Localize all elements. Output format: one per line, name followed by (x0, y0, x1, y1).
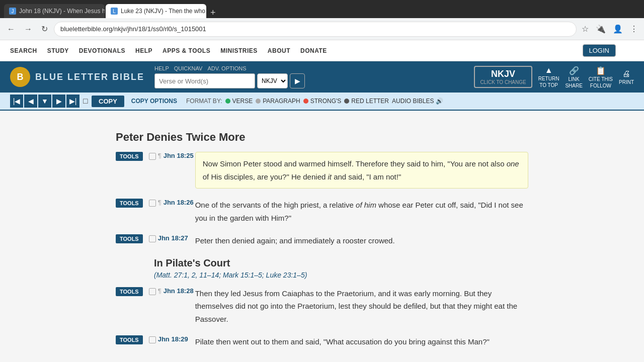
format-by-label: FORMAT BY: (186, 98, 222, 105)
verse-row-18-27: TOOLS Jhn 18:27 Peter then denied again;… (116, 234, 528, 247)
italic-of-him: of him (356, 201, 376, 209)
para-mark-18-25: ¶ (158, 152, 162, 159)
print-button[interactable]: 🖨 PRINT (619, 69, 634, 85)
red-letter-option[interactable]: RED LETTER (344, 98, 389, 105)
verse-text-18-25: Now Simon Peter stood and warmed himself… (195, 152, 528, 189)
search-input[interactable] (154, 73, 255, 88)
back-button[interactable]: ← (4, 23, 18, 36)
logo-area: B Blue Letter Bible (10, 67, 144, 87)
tools-button-18-25[interactable]: TOOLS (116, 152, 143, 161)
verse-option[interactable]: VERSE (225, 98, 253, 105)
verse-row-18-29: TOOLS Jhn 18:29 Pilate then went out to … (116, 335, 528, 348)
prev-arrow-button[interactable]: ◀ (24, 95, 37, 108)
login-button[interactable]: LOGIN (583, 44, 616, 57)
checkbox-18-28[interactable] (149, 288, 156, 295)
version-select[interactable]: NKJV KJV NIV ESV (257, 73, 288, 88)
copy-button[interactable]: COPY (92, 96, 124, 107)
account-button[interactable]: 👤 (611, 22, 625, 36)
verse-text-18-26: One of the servants of the high priest, … (195, 199, 528, 224)
audio-bibles-label: AUDIO BIBLES (392, 98, 434, 105)
browser-tab-2[interactable]: L Luke 23 (NKJV) - Then the who ✕ (106, 4, 206, 18)
toolbar: |◀ ◀ ▼ ▶ ▶| ☐ COPY COPY OPTIONS FORMAT B… (0, 93, 644, 111)
checkbox-18-25[interactable] (149, 153, 156, 160)
verse-text-18-27: Peter then denied again; and immediately… (195, 234, 395, 247)
nav-study[interactable]: STUDY (47, 47, 69, 54)
nav-help[interactable]: HELP (135, 47, 152, 54)
para-mark-18-26: ¶ (158, 199, 162, 206)
paragraph-option[interactable]: PARAGRAPH (256, 98, 300, 105)
tab-favicon-1: J (9, 8, 16, 15)
reload-button[interactable]: ↻ (38, 22, 51, 36)
bookmark-button[interactable]: ☆ (580, 22, 591, 36)
sub-section-heading: In Pilate's Court (154, 257, 528, 269)
cite-icon: 📋 (596, 66, 606, 75)
return-top-label2: TO TOP (539, 82, 558, 88)
nav-donate[interactable]: DONATE (300, 47, 327, 54)
tools-button-18-29[interactable]: TOOLS (116, 335, 143, 344)
nav-devotionals[interactable]: DEVOTIONALS (79, 47, 125, 54)
tools-button-18-26[interactable]: TOOLS (116, 199, 143, 208)
last-arrow-button[interactable]: ▶| (66, 95, 79, 108)
ref-matt[interactable]: Matt. 27:1, 2, 11–14 (156, 271, 219, 279)
return-top-icon: ▲ (545, 66, 553, 75)
ref-mark[interactable]: Mark 15:1–5 (223, 271, 262, 279)
verse-dot (225, 99, 230, 104)
tools-button-18-27[interactable]: TOOLS (116, 234, 143, 243)
cite-button[interactable]: 📋 CITE THIS FOLLOW (589, 66, 613, 88)
audio-icon: 🔊 (436, 98, 443, 105)
strongs-dot (303, 99, 308, 104)
extensions-button[interactable]: 🔌 (594, 22, 608, 36)
ref-luke[interactable]: Luke 23:1–5 (266, 271, 305, 279)
nav-apps[interactable]: APPS & TOOLS (163, 47, 210, 54)
sub-section-refs: (Matt. 27:1, 2, 11–14; Mark 15:1–5; Luke… (154, 271, 528, 279)
checkbox-18-27[interactable] (149, 235, 156, 242)
adv-options-link[interactable]: ADV. OPTIONS (207, 65, 246, 71)
checkbox-18-29[interactable] (149, 336, 156, 343)
next-arrow-button[interactable]: ▶ (52, 95, 65, 108)
quicknav-link[interactable]: QUICKNAV (174, 65, 203, 71)
verse-row-18-26: TOOLS ¶ Jhn 18:26 One of the servants of… (116, 199, 528, 224)
verse-meta-18-28: ¶ Jhn 18:28 (149, 287, 189, 295)
header-controls: HELP QUICKNAV ADV. OPTIONS NKJV KJV NIV … (154, 65, 305, 88)
cite-label: CITE THIS (589, 76, 613, 82)
para-mark-18-28: ¶ (158, 287, 162, 295)
verse-ref-18-29: Jhn 18:29 (158, 335, 188, 343)
verse-row-18-25: TOOLS ¶ Jhn 18:25 Now Simon Peter stood … (116, 152, 528, 189)
help-link[interactable]: HELP (154, 65, 169, 71)
link-share-button[interactable]: 🔗 LINK SHARE (565, 66, 582, 88)
italic-it: it (328, 172, 332, 181)
share-label: SHARE (565, 83, 582, 88)
follow-label: FOLLOW (590, 83, 611, 88)
search-help-row: HELP QUICKNAV ADV. OPTIONS (154, 65, 305, 71)
copy-options-link[interactable]: COPY OPTIONS (127, 96, 181, 107)
strongs-option[interactable]: STRONG'S (303, 98, 342, 105)
forward-button[interactable]: → (21, 23, 35, 36)
verse-label: VERSE (232, 98, 253, 105)
return-top-label1: RETURN (538, 76, 559, 81)
checkbox-18-26[interactable] (149, 200, 156, 207)
red-letter-dot (344, 99, 349, 104)
link-icon: 🔗 (569, 66, 579, 75)
tools-button-18-28[interactable]: TOOLS (116, 287, 143, 296)
nav-search[interactable]: SEARCH (10, 47, 37, 54)
nav-about[interactable]: ABOUT (268, 47, 290, 54)
down-arrow-button[interactable]: ▼ (38, 95, 51, 108)
go-button[interactable]: ▶ (290, 73, 305, 88)
settings-button[interactable]: ⚙ (626, 45, 634, 56)
verse-text-18-28: Then they led Jesus from Caiaphas to the… (195, 287, 528, 326)
new-tab-button[interactable]: + (207, 8, 219, 18)
link-label: LINK (569, 76, 580, 82)
audio-bibles-option[interactable]: AUDIO BIBLES 🔊 (392, 98, 443, 105)
return-top-button[interactable]: ▲ RETURN TO TOP (538, 66, 559, 88)
search-options: HELP QUICKNAV ADV. OPTIONS NKJV KJV NIV … (154, 65, 305, 88)
menu-button[interactable]: ⋮ (628, 22, 640, 36)
address-bar[interactable] (54, 22, 577, 37)
verse-meta-18-27: Jhn 18:27 (149, 234, 189, 242)
header-right: NKJV CLICK TO CHANGE ▲ RETURN TO TOP 🔗 L… (474, 66, 634, 88)
verse-meta-18-29: Jhn 18:29 (149, 335, 189, 343)
site-header: B Blue Letter Bible HELP QUICKNAV ADV. O… (0, 61, 644, 93)
first-arrow-button[interactable]: |◀ (10, 95, 23, 108)
nav-ministries[interactable]: MINISTRIES (220, 47, 258, 54)
browser-tab-1[interactable]: J John 18 (NKJV) - When Jesus h ✕ (4, 4, 105, 18)
version-badge[interactable]: NKJV CLICK TO CHANGE (474, 66, 532, 88)
